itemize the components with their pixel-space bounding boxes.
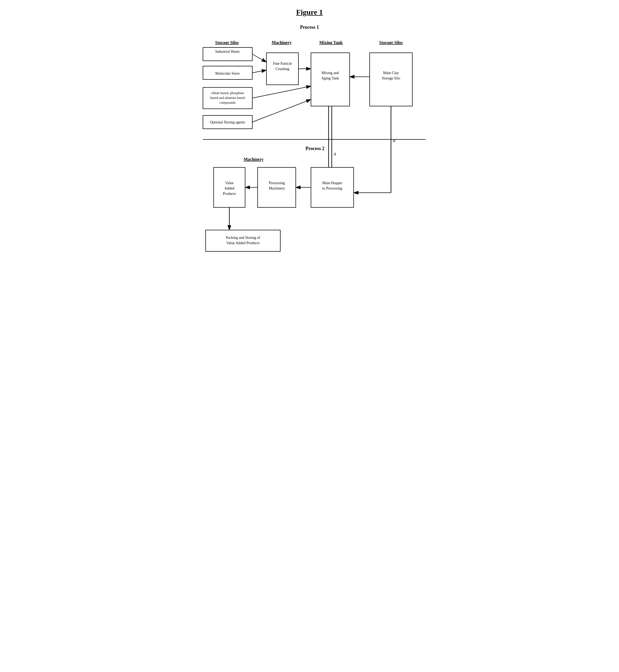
svg-line-9 [252, 70, 266, 73]
svg-text:Products: Products [223, 192, 236, 196]
svg-text:Storage Silos: Storage Silos [215, 40, 238, 45]
svg-text:Value Added Products: Value Added Products [226, 241, 259, 245]
svg-text:Optional fluxing agents: Optional fluxing agents [210, 120, 245, 124]
svg-line-6 [252, 54, 266, 62]
svg-text:to Processing: to Processing [322, 186, 342, 190]
svg-text:Industrial Waste: Industrial Waste [215, 50, 239, 54]
svg-text:Packing and Storing of: Packing and Storing of [226, 236, 260, 240]
svg-text:Aging Tank: Aging Tank [321, 76, 339, 80]
svg-text:Main Hopper: Main Hopper [322, 181, 342, 185]
svg-rect-54 [206, 230, 280, 251]
svg-text:Storage Silo: Storage Silo [382, 76, 400, 80]
svg-text:Machinery: Machinery [272, 40, 291, 45]
svg-text:Processing: Processing [269, 181, 285, 185]
diagram: Storage Silos Machinery Mixing Tank Stor… [200, 35, 430, 315]
svg-text:Mixing and: Mixing and [321, 71, 339, 75]
svg-text:Crushing: Crushing [275, 67, 289, 71]
svg-text:Alkali based, phosphate: Alkali based, phosphate [211, 91, 244, 95]
svg-line-24 [252, 99, 311, 122]
svg-text:Process 2: Process 2 [305, 146, 324, 151]
svg-text:Machinery: Machinery [269, 186, 285, 190]
svg-text:Molecular Sieve: Molecular Sieve [215, 71, 239, 75]
svg-line-21 [252, 86, 311, 98]
svg-text:Fine Particle: Fine Particle [273, 62, 292, 66]
svg-text:compounds: compounds [219, 100, 235, 104]
svg-text:Main Clay: Main Clay [383, 71, 399, 75]
svg-text:Value: Value [225, 181, 233, 185]
svg-text:Storage Silos: Storage Silos [379, 40, 402, 45]
svg-text:Mixing Tank: Mixing Tank [319, 40, 343, 45]
process1-label: Process 1 [200, 24, 419, 30]
svg-text:A: A [333, 152, 336, 156]
svg-text:Added: Added [224, 186, 234, 190]
svg-text:based and alumina based: based and alumina based [210, 96, 245, 100]
page-title: Figure 1 [200, 8, 419, 16]
svg-text:Machinery: Machinery [244, 157, 264, 162]
